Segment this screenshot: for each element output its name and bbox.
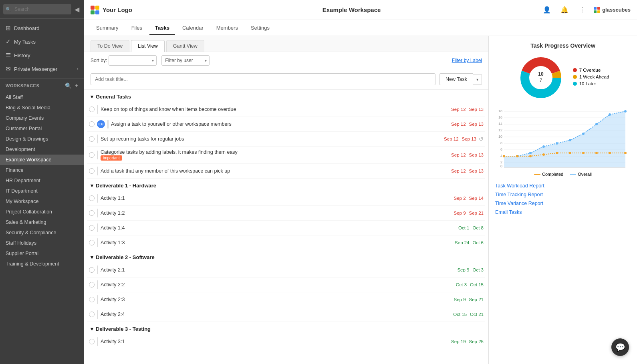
logo-blue bbox=[95, 10, 99, 14]
collapse-button[interactable]: ◀ bbox=[73, 5, 81, 14]
table-row: Set up recurring tasks for regular jobs … bbox=[87, 132, 485, 147]
task-date-start: Sep 12 bbox=[451, 169, 466, 173]
tab-calendar[interactable]: Calendar bbox=[177, 22, 209, 35]
task-bar bbox=[97, 209, 98, 217]
search-workspace-icon[interactable]: 🔍 bbox=[65, 82, 72, 89]
report-link-workload[interactable]: Task Workload Report bbox=[495, 181, 631, 190]
svg-text:12: 12 bbox=[498, 128, 502, 132]
task-date-start: Sep 12 bbox=[444, 137, 458, 141]
user-avatar-icon[interactable]: 👤 bbox=[540, 4, 553, 16]
svg-point-41 bbox=[503, 155, 505, 157]
user-filter-select[interactable]: Filter by user bbox=[161, 55, 210, 66]
svg-point-35 bbox=[556, 142, 558, 145]
more-options-icon[interactable]: ⋮ bbox=[576, 4, 589, 16]
new-task-button[interactable]: New Task bbox=[439, 73, 473, 85]
sidebar-item-security-compliance[interactable]: Security & Compliance bbox=[0, 227, 84, 238]
sidebar-item-private-messenger[interactable]: ✉ Private Messenger › bbox=[0, 62, 84, 76]
task-checkbox[interactable] bbox=[89, 121, 95, 127]
sidebar-item-all-staff[interactable]: All Staff bbox=[0, 92, 84, 103]
group-header-deliverable-1[interactable]: ▾ Deliverable 1 - Hardware bbox=[87, 179, 485, 191]
task-checkbox[interactable] bbox=[89, 225, 95, 231]
report-link-email[interactable]: Email Tasks bbox=[495, 208, 631, 217]
sidebar-item-my-workspace[interactable]: My Workspace bbox=[0, 196, 84, 207]
view-tab-gantt[interactable]: Gantt View bbox=[166, 40, 204, 52]
sidebar-item-training-development[interactable]: Training & Development bbox=[0, 259, 84, 269]
sidebar-item-project-collaboration[interactable]: Project Collaboration bbox=[0, 207, 84, 217]
sidebar-item-label: History bbox=[14, 52, 30, 58]
sidebar-item-supplier-portal[interactable]: Supplier Portal bbox=[0, 248, 84, 259]
line-chart-wrap: 18 16 14 12 10 8 6 4 2 0 bbox=[495, 108, 631, 177]
group-header-deliverable-3[interactable]: ▾ Deliverable 3 - Testing bbox=[87, 322, 485, 334]
sidebar-item-development[interactable]: Development bbox=[0, 144, 84, 155]
sidebar-item-history[interactable]: ☰ History bbox=[0, 48, 84, 62]
tab-summary[interactable]: Summary bbox=[91, 22, 124, 35]
sidebar-item-company-events[interactable]: Company Events bbox=[0, 113, 84, 123]
report-links: Task Workload Report Time Tracking Repor… bbox=[495, 181, 631, 217]
chat-bubble-button[interactable]: 💬 bbox=[611, 338, 629, 356]
group-header-deliverable-2[interactable]: ▾ Deliverable 2 - Software bbox=[87, 250, 485, 263]
task-checkbox[interactable] bbox=[89, 195, 95, 201]
view-tab-todo[interactable]: To Do View bbox=[91, 40, 129, 52]
legend-item-overall: Overall bbox=[570, 172, 592, 177]
legend-label-overdue: 7 Overdue bbox=[579, 68, 601, 72]
line-chart: 18 16 14 12 10 8 6 4 2 0 bbox=[495, 108, 627, 168]
sidebar-item-my-tasks[interactable]: ✓ My Tasks bbox=[0, 35, 84, 48]
task-dates: Sep 9 Sep 21 bbox=[454, 297, 484, 302]
task-title: Add a task that any member of this works… bbox=[101, 168, 449, 174]
task-checkbox[interactable] bbox=[89, 136, 95, 142]
tab-settings[interactable]: Settings bbox=[245, 22, 275, 35]
sidebar-item-blog-social[interactable]: Blog & Social Media bbox=[0, 103, 84, 113]
group-header-general-tasks[interactable]: ▾ General Tasks bbox=[87, 90, 485, 102]
sidebar-item-design-drawings[interactable]: Design & Drawings bbox=[0, 134, 84, 144]
task-checkbox[interactable] bbox=[89, 152, 95, 158]
task-checkbox[interactable] bbox=[89, 168, 95, 174]
tab-members[interactable]: Members bbox=[211, 22, 244, 35]
sidebar-item-hr-department[interactable]: HR Department bbox=[0, 175, 84, 186]
task-checkbox[interactable] bbox=[89, 312, 95, 317]
recurring-icon[interactable]: ↺ bbox=[479, 136, 484, 142]
table-row: Keep on top of things and know when item… bbox=[87, 102, 485, 117]
task-checkbox[interactable] bbox=[89, 282, 95, 288]
sort-select[interactable] bbox=[109, 55, 157, 66]
add-workspace-icon[interactable]: + bbox=[75, 82, 79, 89]
workspace-list: All Staff Blog & Social Media Company Ev… bbox=[0, 91, 84, 270]
task-checkbox[interactable] bbox=[89, 339, 95, 344]
search-wrap bbox=[3, 4, 71, 14]
glasscubes-text: glasscubes bbox=[602, 7, 631, 13]
logo-area: Your Logo bbox=[91, 6, 163, 14]
search-input[interactable] bbox=[3, 4, 71, 14]
sidebar-item-dashboard[interactable]: ⊞ Dashboard bbox=[0, 21, 84, 35]
notification-bell-icon[interactable]: 🔔 bbox=[558, 4, 571, 16]
report-link-tracking[interactable]: Time Tracking Report bbox=[495, 190, 631, 199]
glasscubes-logo[interactable]: glasscubes bbox=[593, 6, 631, 14]
view-tab-list[interactable]: List View bbox=[131, 40, 165, 52]
svg-rect-0 bbox=[594, 7, 597, 10]
sidebar-item-sales-marketing[interactable]: Sales & Marketing bbox=[0, 217, 84, 227]
sidebar-item-staff-holidays[interactable]: Staff Holidays bbox=[0, 238, 84, 248]
report-link-variance[interactable]: Time Variance Report bbox=[495, 199, 631, 208]
filter-by-label-button[interactable]: Filter by Label bbox=[452, 58, 482, 63]
task-checkbox[interactable] bbox=[89, 107, 95, 112]
tab-tasks[interactable]: Tasks bbox=[149, 22, 175, 35]
table-row: Activity 1:1 Sep 2 Sep 14 bbox=[87, 191, 485, 206]
add-task-row: New Task ▾ bbox=[84, 69, 488, 90]
task-checkbox[interactable] bbox=[89, 210, 95, 216]
view-tabs: To Do View List View Gantt View bbox=[84, 36, 488, 52]
sidebar-item-customer-portal[interactable]: Customer Portal bbox=[0, 123, 84, 134]
tab-files[interactable]: Files bbox=[126, 22, 148, 35]
task-date-end: Oct 6 bbox=[473, 240, 484, 245]
sort-by-label: Sort by: bbox=[91, 58, 107, 63]
sidebar-item-it-department[interactable]: IT Department bbox=[0, 186, 84, 196]
task-checkbox[interactable] bbox=[89, 297, 95, 302]
add-task-input[interactable] bbox=[91, 73, 435, 85]
task-dates: Oct 3 Oct 15 bbox=[456, 282, 484, 287]
table-row: Activity 2:1 Sep 9 Oct 3 bbox=[87, 263, 485, 278]
task-checkbox[interactable] bbox=[89, 240, 95, 245]
task-bar bbox=[97, 223, 98, 232]
task-checkbox[interactable] bbox=[89, 267, 95, 273]
sidebar-item-finance[interactable]: Finance bbox=[0, 165, 84, 175]
sidebar-item-example-workspace[interactable]: Example Workspace bbox=[0, 155, 84, 165]
new-task-dropdown-button[interactable]: ▾ bbox=[473, 74, 482, 85]
legend-label-completed: Completed bbox=[542, 172, 563, 177]
group-collapse-icon: ▾ bbox=[91, 326, 93, 332]
